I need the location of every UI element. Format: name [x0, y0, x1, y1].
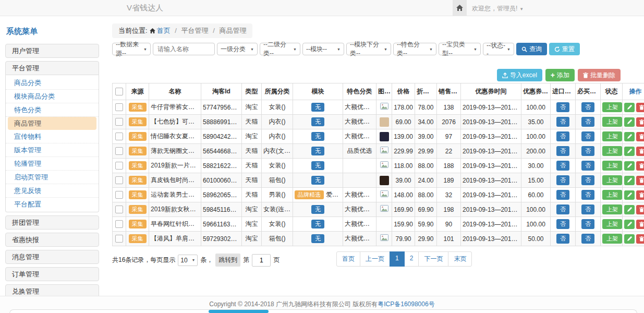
- feature-cell: 大额优惠券: [343, 100, 376, 115]
- page-button-3[interactable]: 2: [404, 251, 419, 267]
- edit-button[interactable]: [624, 220, 635, 229]
- operation-cell: [623, 100, 644, 115]
- coupon-time-cell: 2019-09-13—2019-09-18: [461, 232, 521, 246]
- home-button[interactable]: [453, 0, 467, 16]
- edit-button[interactable]: [624, 161, 635, 171]
- edit-button[interactable]: [624, 190, 635, 200]
- price-cell: 39.00: [392, 173, 415, 188]
- jump-button[interactable]: 跳转到: [215, 254, 240, 267]
- delete-button[interactable]: [636, 176, 644, 185]
- breadcrumb-home-link[interactable]: 首页: [157, 27, 171, 34]
- sidebar-item-label: 消息管理: [12, 253, 39, 261]
- icon-cell: [376, 173, 392, 188]
- delete-button[interactable]: [636, 132, 644, 141]
- sidebar-item-3[interactable]: 订单管理: [5, 267, 99, 281]
- sidebar-item-2[interactable]: 消息管理: [5, 250, 99, 264]
- delete-button[interactable]: [636, 117, 644, 127]
- status-badge: 上架: [602, 234, 622, 244]
- delete-button[interactable]: [636, 220, 644, 229]
- row-checkbox[interactable]: [115, 147, 123, 155]
- name-search-input[interactable]: [153, 43, 215, 55]
- delete-button[interactable]: [636, 103, 644, 112]
- batch-delete-button[interactable]: 批量删除: [578, 69, 621, 81]
- page-button-5[interactable]: 末页: [448, 251, 472, 267]
- search-button[interactable]: 查询: [516, 43, 547, 55]
- sidebar-item-1[interactable]: 省惠快报: [5, 233, 99, 247]
- filter-select-status[interactable]: --状态--▼: [483, 43, 514, 55]
- taoke-id-cell: 588216228899: [201, 159, 242, 173]
- sidebar-subitem-3[interactable]: 商品管理: [8, 117, 96, 130]
- page-button-1[interactable]: 上一页: [360, 251, 390, 267]
- select-all-checkbox[interactable]: [115, 88, 123, 95]
- status-cell: 上架: [601, 100, 623, 115]
- price-cell: 69.00: [392, 115, 415, 129]
- import-select-cell: 否: [551, 100, 576, 115]
- edit-button[interactable]: [624, 147, 635, 156]
- sidebar-subitem-1[interactable]: 模块商品分类: [6, 90, 99, 103]
- coupon-amount-cell: 15.00: [521, 173, 551, 188]
- module-cell: 无: [293, 217, 343, 232]
- delete-button[interactable]: [636, 147, 644, 156]
- sidebar-item-0[interactable]: 拼团管理: [5, 215, 99, 230]
- sidebar-subitem-4[interactable]: 宣传物料: [6, 130, 99, 143]
- filter-select-module-sub-category[interactable]: --模块下分类--▼: [346, 43, 391, 55]
- reset-button[interactable]: 重置: [549, 43, 580, 55]
- table-row: 采集真皮钱包时尚优雅女士...601000601341天猫箱包()无39.002…: [113, 173, 644, 188]
- sidebar-subitem-2[interactable]: 特色分类: [6, 103, 99, 117]
- user-menu[interactable]: 欢迎您，管理员!▼: [472, 4, 524, 13]
- chevron-down-icon: ▼: [519, 7, 524, 11]
- row-checkbox[interactable]: [115, 191, 123, 199]
- discount-cell: 24.00: [415, 173, 437, 188]
- icp-link[interactable]: 粤ICP备16098006号: [378, 300, 434, 308]
- edit-button[interactable]: [624, 234, 635, 244]
- filter-select-level2-category[interactable]: --二级分类--▼: [260, 43, 300, 55]
- filter-select-module[interactable]: --模块--▼: [302, 43, 344, 55]
- row-checkbox[interactable]: [115, 220, 123, 228]
- sales-cell: 90: [437, 217, 461, 232]
- per-page-select[interactable]: 10▼: [178, 255, 198, 266]
- edit-icon: [627, 177, 633, 183]
- sidebar-subitem-7[interactable]: 启动页管理: [6, 171, 99, 184]
- row-checkbox[interactable]: [115, 118, 123, 126]
- select-value: --模块--: [306, 45, 327, 54]
- none-badge: 无: [311, 205, 324, 214]
- sidebar-subitem-9[interactable]: 平台配置: [6, 198, 99, 211]
- filter-select-feature-category[interactable]: --特色分类--▼: [393, 43, 436, 55]
- delete-button[interactable]: [636, 161, 644, 171]
- row-checkbox[interactable]: [115, 176, 123, 184]
- delete-button[interactable]: [636, 234, 644, 244]
- icon-cell: [376, 232, 392, 246]
- row-checkbox[interactable]: [115, 235, 123, 243]
- row-checkbox[interactable]: [115, 206, 123, 213]
- sidebar-subitem-6[interactable]: 轮播管理: [6, 157, 99, 171]
- delete-button[interactable]: [636, 190, 644, 200]
- filter-select-data-source[interactable]: --数据来源--▼: [112, 43, 151, 55]
- filter-select-item-type[interactable]: --宝贝类型--▼: [439, 43, 481, 55]
- sidebar-item-user-management[interactable]: 用户管理: [5, 44, 99, 58]
- page-button-4[interactable]: 下一页: [418, 251, 448, 267]
- row-checkbox[interactable]: [115, 103, 123, 111]
- column-header: 模块: [293, 83, 343, 100]
- edit-button[interactable]: [624, 205, 635, 214]
- delete-button[interactable]: [636, 205, 644, 214]
- import-excel-button[interactable]: 导入excel: [497, 69, 542, 81]
- row-checkbox[interactable]: [115, 162, 123, 170]
- filter-select-level1-category[interactable]: 一级分类▼: [217, 43, 258, 55]
- import-icon: [502, 73, 508, 78]
- plus-icon: +: [551, 73, 555, 78]
- edit-button[interactable]: [624, 176, 635, 185]
- edit-button[interactable]: [624, 117, 635, 127]
- row-checkbox[interactable]: [115, 133, 123, 140]
- page-button-2[interactable]: 1: [390, 251, 405, 267]
- edit-button[interactable]: [624, 132, 635, 141]
- edit-button[interactable]: [624, 103, 635, 112]
- sidebar-subitem-8[interactable]: 意见反馈: [6, 184, 99, 198]
- sidebar-subitem-0[interactable]: 商品分类: [6, 76, 99, 90]
- add-button[interactable]: + 添加: [545, 69, 575, 81]
- sidebar-subitem-5[interactable]: 版本管理: [6, 143, 99, 157]
- sidebar-item-platform-management[interactable]: 平台管理: [5, 61, 99, 75]
- type-cell: 淘宝: [242, 232, 262, 246]
- source-cell: 采集: [126, 202, 149, 217]
- page-number-input[interactable]: [252, 254, 271, 267]
- page-button-0[interactable]: 首页: [336, 251, 360, 267]
